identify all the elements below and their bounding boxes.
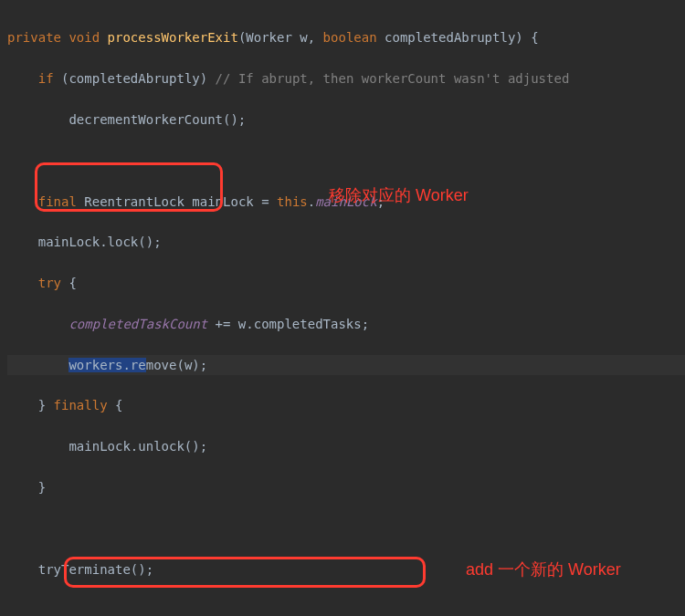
keyword: if <box>38 71 61 86</box>
keyword: finally <box>54 398 115 412</box>
field: mainLock <box>315 194 376 209</box>
text: tryTerminate(); <box>38 562 153 577</box>
type: ReentrantLock <box>84 194 192 209</box>
keyword: this <box>277 194 308 209</box>
text: (Worker w, <box>238 30 323 45</box>
keyword: try <box>38 276 69 290</box>
method-name: processWorkerExit <box>108 30 238 45</box>
highlighted-line: workers.remove(w); <box>7 355 685 375</box>
text: move(w); <box>146 358 207 372</box>
text: mainLock = <box>192 194 277 209</box>
text-selection: workers.re <box>68 358 145 372</box>
keyword: boolean <box>323 30 385 45</box>
text: (completedAbruptly) <box>61 71 216 86</box>
text: } <box>38 398 54 412</box>
text: += w.completedTasks; <box>207 317 369 331</box>
code-editor[interactable]: private void processWorkerExit(Worker w,… <box>0 0 685 616</box>
text: completedAbruptly) { <box>385 30 539 45</box>
text: { <box>115 398 122 412</box>
text: mainLock.unlock(); <box>68 439 207 454</box>
text: decrementWorkerCount(); <box>68 112 246 127</box>
field: completedTaskCount <box>68 317 207 331</box>
text: . <box>308 194 315 209</box>
comment: // If abrupt, then workerCount wasn't ad… <box>216 71 570 86</box>
text: } <box>38 480 46 495</box>
keyword: final <box>38 194 85 209</box>
keyword: private void <box>7 30 108 45</box>
text: ; <box>377 194 385 209</box>
text: { <box>68 276 76 290</box>
text: mainLock.lock(); <box>38 235 162 249</box>
